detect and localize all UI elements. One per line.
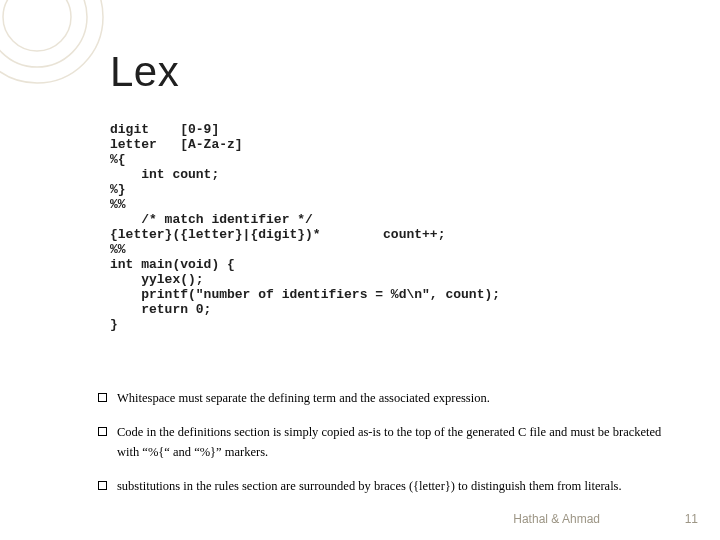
decorative-rings-icon xyxy=(0,0,112,92)
bullet-list: Whitespace must separate the defining te… xyxy=(98,388,680,510)
svg-point-0 xyxy=(0,0,103,83)
slide: Lex digit [0-9] letter [A-Za-z] %{ int c… xyxy=(0,0,720,540)
page-title: Lex xyxy=(110,48,179,96)
svg-point-1 xyxy=(0,0,87,67)
list-item: Whitespace must separate the defining te… xyxy=(98,388,680,408)
code-block: digit [0-9] letter [A-Za-z] %{ int count… xyxy=(110,122,500,332)
list-item: substitutions in the rules section are s… xyxy=(98,476,680,496)
footer-author: Hathal & Ahmad xyxy=(513,512,600,526)
list-item: Code in the definitions section is simpl… xyxy=(98,422,680,462)
page-number: 11 xyxy=(685,512,698,526)
bullet-text: Code in the definitions section is simpl… xyxy=(117,422,680,462)
bullet-text: Whitespace must separate the defining te… xyxy=(117,388,680,408)
square-bullet-icon xyxy=(98,393,107,402)
square-bullet-icon xyxy=(98,481,107,490)
svg-point-2 xyxy=(3,0,71,51)
square-bullet-icon xyxy=(98,427,107,436)
bullet-text: substitutions in the rules section are s… xyxy=(117,476,680,496)
